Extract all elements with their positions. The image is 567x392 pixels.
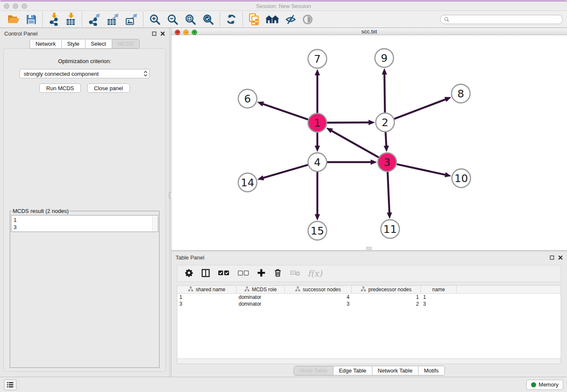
stepper-arrows-icon <box>143 70 148 77</box>
toolbar-icons <box>4 11 316 28</box>
apply-layout-button[interactable] <box>223 11 240 28</box>
graph-edge-3-10[interactable] <box>396 164 451 177</box>
graph-node-6[interactable]: 6 <box>238 89 257 108</box>
task-history-button[interactable] <box>4 379 17 390</box>
delete-table-button[interactable] <box>286 266 304 281</box>
network-graph[interactable]: 7968124314101511 <box>171 35 567 248</box>
tab-select[interactable]: Select <box>85 39 112 48</box>
function-builder-icon: f(x) <box>308 268 322 279</box>
add-column-button[interactable] <box>253 266 270 281</box>
network-window-titlebar[interactable]: ✕ − + scc.txt <box>171 28 567 35</box>
float-panel-icon[interactable] <box>152 31 157 36</box>
graph-node-8[interactable]: 8 <box>451 84 470 103</box>
optimization-criterion-select[interactable]: strongly connected component <box>19 69 150 78</box>
table-cell: 3 <box>177 301 237 307</box>
network-zoom-icon[interactable]: + <box>192 30 197 35</box>
graph-edge-2-3[interactable] <box>384 132 389 152</box>
close-window-icon[interactable] <box>4 3 9 9</box>
graph-edge-3-1[interactable] <box>326 128 379 157</box>
zoom-window-icon[interactable] <box>22 3 27 9</box>
tab-mcds[interactable]: MCDS <box>112 39 139 48</box>
column-header-mcds-role[interactable]: MCDS role <box>237 286 285 293</box>
graph-node-7[interactable]: 7 <box>308 50 327 68</box>
search-box[interactable] <box>440 15 563 24</box>
tab-edge-table[interactable]: Edge Table <box>333 366 372 375</box>
share-session-button[interactable] <box>245 11 262 28</box>
graph-node-15[interactable]: 15 <box>308 221 327 240</box>
import-network-button[interactable] <box>45 11 62 28</box>
column-header-successor-nodes[interactable]: successor nodes <box>285 286 352 293</box>
export-image-button[interactable] <box>122 11 140 28</box>
canvas-scroll-handle[interactable] <box>366 247 372 250</box>
table-cell: 1 <box>352 294 421 301</box>
graph-node-9[interactable]: 9 <box>375 49 394 67</box>
control-panel-tabs: NetworkStyleSelectMCDS <box>30 39 140 49</box>
delete-column-button[interactable] <box>270 266 286 281</box>
close-table-panel-icon[interactable] <box>558 255 563 260</box>
graph-node-14[interactable]: 14 <box>238 173 257 192</box>
column-header-name[interactable]: name <box>421 286 457 293</box>
column-header-predecessor-nodes[interactable]: predecessor nodes <box>352 286 421 293</box>
graph-edge-1-4[interactable] <box>315 133 320 152</box>
split-table-icon <box>201 268 210 279</box>
result-scrollbar[interactable] <box>152 216 157 231</box>
select-all-button[interactable] <box>214 266 234 281</box>
tab-style[interactable]: Style <box>62 39 85 48</box>
table-row[interactable]: 1dominator411 <box>177 294 561 301</box>
run-mcds-button[interactable]: Run MCDS <box>39 83 81 93</box>
graph-edge-2-8[interactable] <box>394 97 451 119</box>
function-builder-button[interactable]: f(x) <box>304 266 326 281</box>
network-minimize-icon[interactable]: − <box>183 30 189 35</box>
import-table-button[interactable] <box>62 11 79 28</box>
graph-node-10[interactable]: 10 <box>452 169 471 188</box>
hide-details-button[interactable] <box>282 11 299 28</box>
export-table-button[interactable] <box>103 11 122 28</box>
minimize-window-icon[interactable] <box>13 3 18 9</box>
graph-edge-3-11[interactable] <box>387 172 392 219</box>
zoom-out-button[interactable] <box>164 11 182 28</box>
deselect-all-button[interactable] <box>234 266 253 281</box>
tab-node-table[interactable]: Node Table <box>294 366 333 375</box>
network-close-icon[interactable]: ✕ <box>175 30 180 35</box>
tree-icon <box>295 286 300 293</box>
zoom-fit-button[interactable] <box>182 11 199 28</box>
home-button[interactable] <box>262 11 282 28</box>
table-hscrollbar[interactable] <box>177 359 561 364</box>
export-network-button[interactable] <box>85 11 103 28</box>
save-session-button[interactable] <box>23 11 40 28</box>
open-session-button[interactable] <box>4 11 23 28</box>
show-details-button[interactable] <box>299 11 316 28</box>
graph-node-1[interactable]: 1 <box>308 113 327 132</box>
tab-network[interactable]: Network <box>30 39 62 48</box>
settings-gear-button[interactable] <box>181 266 197 281</box>
column-header-shared-name[interactable]: shared name <box>177 286 237 293</box>
graph-node-4[interactable]: 4 <box>308 153 327 171</box>
mcds-result-group: MCDS result (2 nodes) 13 <box>10 208 160 368</box>
table-row[interactable]: 3dominator323 <box>177 301 561 307</box>
close-panel-icon[interactable] <box>160 31 165 36</box>
graph-edge-1-6[interactable] <box>257 102 308 120</box>
tab-network-table[interactable]: Network Table <box>372 366 418 375</box>
network-canvas[interactable]: 7968124314101511 <box>171 35 567 250</box>
split-table-button[interactable] <box>197 266 214 281</box>
zoom-selected-button[interactable] <box>199 11 217 28</box>
table-header-row: shared nameMCDS rolesuccessor nodesprede… <box>177 286 561 294</box>
search-input[interactable] <box>451 17 559 22</box>
graph-edge-4-14[interactable] <box>257 165 308 180</box>
tab-motifs[interactable]: Motifs <box>418 366 444 375</box>
zoom-in-button[interactable] <box>146 11 164 28</box>
toolbar-separator <box>82 12 82 27</box>
graph-edge-4-3[interactable] <box>327 160 377 165</box>
graph-edge-4-15[interactable] <box>315 172 320 221</box>
graph-node-3[interactable]: 3 <box>378 153 396 171</box>
graph-edge-2-9[interactable] <box>382 68 387 113</box>
close-panel-button[interactable]: Close panel <box>87 83 130 93</box>
float-table-panel-icon[interactable] <box>550 255 554 260</box>
memory-button[interactable]: Memory <box>526 380 563 390</box>
mcds-result-list[interactable]: 13 <box>11 215 158 232</box>
node-label: 10 <box>454 172 468 185</box>
graph-node-11[interactable]: 11 <box>381 220 399 238</box>
graph-node-2[interactable]: 2 <box>376 113 394 132</box>
graph-edge-1-7[interactable] <box>315 69 320 113</box>
graph-edge-1-2[interactable] <box>327 120 375 125</box>
